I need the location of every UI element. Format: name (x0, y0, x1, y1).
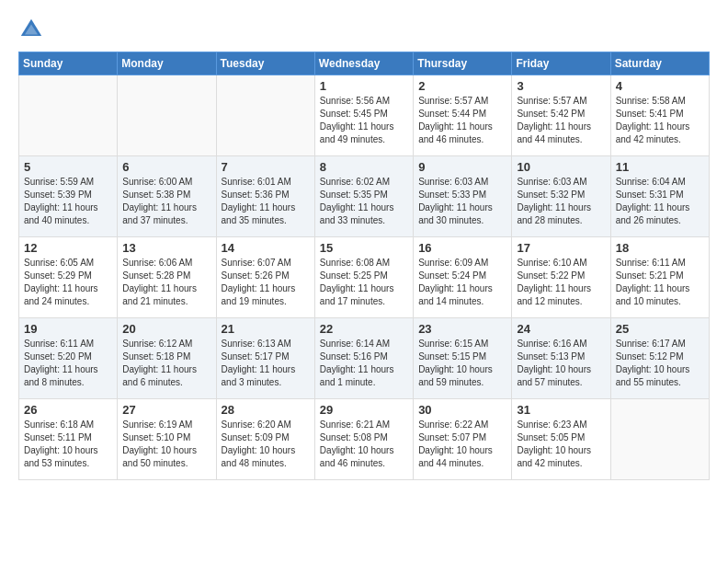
table-row: 9Sunrise: 6:03 AM Sunset: 5:33 PM Daylig… (414, 156, 512, 237)
day-number: 24 (517, 322, 605, 336)
day-number: 8 (320, 160, 408, 174)
table-row: 5Sunrise: 5:59 AM Sunset: 5:39 PM Daylig… (19, 156, 118, 237)
day-number: 1 (320, 79, 408, 93)
day-info: Sunrise: 6:18 AM Sunset: 5:11 PM Dayligh… (24, 419, 112, 470)
day-info: Sunrise: 6:11 AM Sunset: 5:21 PM Dayligh… (616, 257, 704, 308)
day-number: 17 (517, 241, 605, 255)
table-row: 31Sunrise: 6:23 AM Sunset: 5:05 PM Dayli… (512, 399, 610, 480)
day-number: 30 (418, 403, 506, 417)
day-info: Sunrise: 6:00 AM Sunset: 5:38 PM Dayligh… (122, 176, 210, 227)
day-info: Sunrise: 5:57 AM Sunset: 5:44 PM Dayligh… (418, 95, 506, 146)
table-row: 24Sunrise: 6:16 AM Sunset: 5:13 PM Dayli… (512, 318, 610, 399)
day-number: 15 (320, 241, 408, 255)
header-thursday: Thursday (414, 52, 512, 75)
day-info: Sunrise: 6:08 AM Sunset: 5:25 PM Dayligh… (320, 257, 408, 308)
day-number: 23 (418, 322, 506, 336)
day-number: 31 (517, 403, 605, 417)
table-row: 29Sunrise: 6:21 AM Sunset: 5:08 PM Dayli… (314, 399, 413, 480)
table-row: 11Sunrise: 6:04 AM Sunset: 5:31 PM Dayli… (610, 156, 709, 237)
calendar-table: Sunday Monday Tuesday Wednesday Thursday… (18, 52, 710, 480)
day-info: Sunrise: 6:20 AM Sunset: 5:09 PM Dayligh… (222, 419, 310, 470)
calendar-week-row: 12Sunrise: 6:05 AM Sunset: 5:29 PM Dayli… (19, 237, 710, 318)
day-info: Sunrise: 6:17 AM Sunset: 5:12 PM Dayligh… (616, 338, 704, 389)
table-row (216, 75, 314, 156)
logo-icon (18, 17, 44, 42)
table-row: 28Sunrise: 6:20 AM Sunset: 5:09 PM Dayli… (216, 399, 314, 480)
table-row: 21Sunrise: 6:13 AM Sunset: 5:17 PM Dayli… (216, 318, 314, 399)
header-saturday: Saturday (610, 52, 709, 75)
day-number: 10 (517, 160, 605, 174)
day-number: 6 (122, 160, 210, 174)
table-row: 16Sunrise: 6:09 AM Sunset: 5:24 PM Dayli… (414, 237, 512, 318)
day-number: 28 (222, 403, 310, 417)
day-number: 4 (616, 79, 704, 93)
table-row: 6Sunrise: 6:00 AM Sunset: 5:38 PM Daylig… (118, 156, 216, 237)
day-number: 11 (616, 160, 704, 174)
day-info: Sunrise: 6:12 AM Sunset: 5:18 PM Dayligh… (122, 338, 210, 389)
logo (18, 17, 48, 42)
day-number: 7 (222, 160, 310, 174)
table-row: 7Sunrise: 6:01 AM Sunset: 5:36 PM Daylig… (216, 156, 314, 237)
day-info: Sunrise: 6:03 AM Sunset: 5:33 PM Dayligh… (418, 176, 506, 227)
day-number: 21 (222, 322, 310, 336)
day-number: 2 (418, 79, 506, 93)
day-info: Sunrise: 6:10 AM Sunset: 5:22 PM Dayligh… (517, 257, 605, 308)
day-info: Sunrise: 6:13 AM Sunset: 5:17 PM Dayligh… (222, 338, 310, 389)
day-info: Sunrise: 6:07 AM Sunset: 5:26 PM Dayligh… (222, 257, 310, 308)
table-row (610, 399, 709, 480)
day-info: Sunrise: 5:57 AM Sunset: 5:42 PM Dayligh… (517, 95, 605, 146)
table-row: 13Sunrise: 6:06 AM Sunset: 5:28 PM Dayli… (118, 237, 216, 318)
day-number: 3 (517, 79, 605, 93)
day-info: Sunrise: 6:23 AM Sunset: 5:05 PM Dayligh… (517, 419, 605, 470)
table-row: 1Sunrise: 5:56 AM Sunset: 5:45 PM Daylig… (314, 75, 413, 156)
day-info: Sunrise: 6:22 AM Sunset: 5:07 PM Dayligh… (418, 419, 506, 470)
calendar-week-row: 26Sunrise: 6:18 AM Sunset: 5:11 PM Dayli… (19, 399, 710, 480)
day-info: Sunrise: 6:09 AM Sunset: 5:24 PM Dayligh… (418, 257, 506, 308)
day-info: Sunrise: 6:06 AM Sunset: 5:28 PM Dayligh… (122, 257, 210, 308)
day-number: 27 (122, 403, 210, 417)
header-friday: Friday (512, 52, 610, 75)
table-row: 25Sunrise: 6:17 AM Sunset: 5:12 PM Dayli… (610, 318, 709, 399)
table-row: 23Sunrise: 6:15 AM Sunset: 5:15 PM Dayli… (414, 318, 512, 399)
day-number: 20 (122, 322, 210, 336)
table-row: 17Sunrise: 6:10 AM Sunset: 5:22 PM Dayli… (512, 237, 610, 318)
table-row: 14Sunrise: 6:07 AM Sunset: 5:26 PM Dayli… (216, 237, 314, 318)
day-number: 18 (616, 241, 704, 255)
day-number: 22 (320, 322, 408, 336)
day-info: Sunrise: 6:01 AM Sunset: 5:36 PM Dayligh… (222, 176, 310, 227)
table-row: 10Sunrise: 6:03 AM Sunset: 5:32 PM Dayli… (512, 156, 610, 237)
table-row: 2Sunrise: 5:57 AM Sunset: 5:44 PM Daylig… (414, 75, 512, 156)
table-row: 19Sunrise: 6:11 AM Sunset: 5:20 PM Dayli… (19, 318, 118, 399)
table-row: 12Sunrise: 6:05 AM Sunset: 5:29 PM Dayli… (19, 237, 118, 318)
table-row (19, 75, 118, 156)
day-info: Sunrise: 6:03 AM Sunset: 5:32 PM Dayligh… (517, 176, 605, 227)
day-number: 12 (24, 241, 112, 255)
header-wednesday: Wednesday (314, 52, 413, 75)
calendar-week-row: 19Sunrise: 6:11 AM Sunset: 5:20 PM Dayli… (19, 318, 710, 399)
header (18, 17, 710, 42)
header-sunday: Sunday (19, 52, 118, 75)
day-info: Sunrise: 5:59 AM Sunset: 5:39 PM Dayligh… (24, 176, 112, 227)
day-info: Sunrise: 5:58 AM Sunset: 5:41 PM Dayligh… (616, 95, 704, 146)
calendar-week-row: 5Sunrise: 5:59 AM Sunset: 5:39 PM Daylig… (19, 156, 710, 237)
day-number: 19 (24, 322, 112, 336)
table-row: 15Sunrise: 6:08 AM Sunset: 5:25 PM Dayli… (314, 237, 413, 318)
day-info: Sunrise: 6:05 AM Sunset: 5:29 PM Dayligh… (24, 257, 112, 308)
table-row (118, 75, 216, 156)
day-info: Sunrise: 6:21 AM Sunset: 5:08 PM Dayligh… (320, 419, 408, 470)
page-container: Sunday Monday Tuesday Wednesday Thursday… (0, 0, 728, 489)
table-row: 8Sunrise: 6:02 AM Sunset: 5:35 PM Daylig… (314, 156, 413, 237)
day-number: 5 (24, 160, 112, 174)
header-monday: Monday (118, 52, 216, 75)
day-info: Sunrise: 6:04 AM Sunset: 5:31 PM Dayligh… (616, 176, 704, 227)
calendar-week-row: 1Sunrise: 5:56 AM Sunset: 5:45 PM Daylig… (19, 75, 710, 156)
header-tuesday: Tuesday (216, 52, 314, 75)
day-number: 16 (418, 241, 506, 255)
table-row: 22Sunrise: 6:14 AM Sunset: 5:16 PM Dayli… (314, 318, 413, 399)
table-row: 18Sunrise: 6:11 AM Sunset: 5:21 PM Dayli… (610, 237, 709, 318)
day-number: 9 (418, 160, 506, 174)
day-number: 29 (320, 403, 408, 417)
table-row: 3Sunrise: 5:57 AM Sunset: 5:42 PM Daylig… (512, 75, 610, 156)
day-info: Sunrise: 6:15 AM Sunset: 5:15 PM Dayligh… (418, 338, 506, 389)
weekday-header-row: Sunday Monday Tuesday Wednesday Thursday… (19, 52, 710, 75)
